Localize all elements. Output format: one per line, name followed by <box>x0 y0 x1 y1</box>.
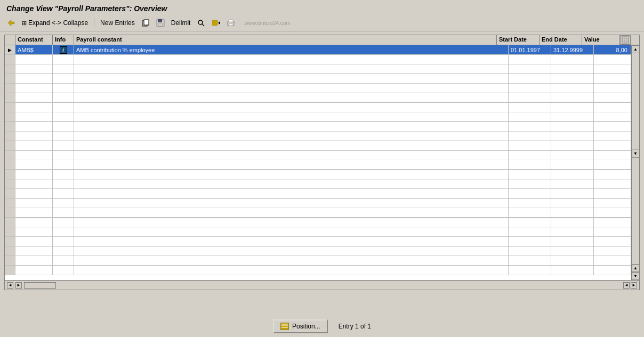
bottom-status-bar: Position... Entry 1 of 1 <box>0 316 644 337</box>
save-icon <box>156 19 165 27</box>
col-header-settings <box>619 35 631 45</box>
delimit-button[interactable]: Delimit <box>168 18 194 28</box>
find-next-button[interactable] <box>209 17 223 29</box>
cell-end-date: 31.12.9999 <box>551 45 594 54</box>
row-indicator <box>5 131 15 141</box>
delimit-label: Delimit <box>171 19 191 27</box>
table-row <box>5 189 631 199</box>
svg-rect-8 <box>212 20 218 26</box>
table-row <box>5 237 631 246</box>
expand-collapse-label: Expand <-> Collapse <box>28 19 88 27</box>
print-icon <box>227 19 235 27</box>
row-indicator <box>5 112 15 121</box>
scroll-left-button-2[interactable]: ◄ <box>623 282 630 289</box>
col-header-payroll: Payroll constant <box>74 35 497 45</box>
svg-rect-2 <box>144 20 149 25</box>
back-button[interactable] <box>4 17 18 29</box>
scroll-track-h[interactable] <box>24 282 56 289</box>
entry-count: Entry 1 of 1 <box>339 323 371 330</box>
table-row <box>5 151 631 160</box>
expand-collapse-button[interactable]: ⊞ Expand <-> Collapse <box>19 18 91 28</box>
table-row <box>5 199 631 208</box>
cell-info: i <box>53 45 74 54</box>
table-row <box>5 227 631 237</box>
row-indicator <box>5 122 15 131</box>
table-row <box>5 131 631 141</box>
vertical-scrollbar[interactable]: ▲ ▼ ▲ ▼ <box>631 45 639 280</box>
cell-value: 8,00 <box>594 45 631 54</box>
table-rows: ▶ AMB$ i AMB contribution % employee 01.… <box>5 45 631 280</box>
scroll-down-button-mid[interactable]: ▼ <box>632 150 640 158</box>
scroll-up-button-2[interactable]: ▲ <box>632 264 640 272</box>
row-indicator <box>5 55 15 64</box>
scroll-left-button[interactable]: ◄ <box>7 282 13 289</box>
table-row <box>5 266 631 275</box>
row-indicator <box>5 208 15 217</box>
row-indicator <box>5 227 15 236</box>
table-header: Constant Info Payroll constant Start Dat… <box>5 35 639 45</box>
table-row <box>5 64 631 74</box>
row-indicator <box>5 218 15 227</box>
table-row <box>5 218 631 227</box>
table-row <box>5 55 631 64</box>
table-row <box>5 246 631 256</box>
row-indicator <box>5 103 15 112</box>
print-button[interactable] <box>224 17 238 29</box>
settings-icon <box>622 36 629 44</box>
scrollbar-header-space <box>631 35 639 45</box>
col-header-info: Info <box>53 35 74 45</box>
row-indicator <box>5 199 15 208</box>
col-header-end: End Date <box>540 35 582 45</box>
scroll-track-v[interactable] <box>632 53 639 150</box>
svg-rect-20 <box>281 325 288 326</box>
new-entries-button[interactable]: New Entries <box>98 18 138 28</box>
row-indicator <box>5 237 15 246</box>
row-indicator <box>5 246 15 256</box>
find-icon <box>197 19 205 27</box>
find-button[interactable] <box>194 17 208 29</box>
copy-icon <box>141 19 150 27</box>
column-settings-button[interactable] <box>620 35 631 45</box>
window-title: Change View "Payroll Parameters": Overvi… <box>6 4 167 13</box>
cell-constant: AMB$ <box>15 45 53 54</box>
svg-line-7 <box>202 24 204 26</box>
row-arrow-icon: ▶ <box>8 47 12 53</box>
svg-marker-0 <box>8 20 14 26</box>
back-icon <box>7 19 15 27</box>
position-icon <box>281 323 288 330</box>
cell-payroll: AMB contribution % employee <box>74 45 509 54</box>
row-indicator <box>5 84 15 93</box>
row-indicator <box>5 266 15 275</box>
col-header-constant: Constant <box>15 35 53 45</box>
svg-rect-19 <box>281 324 288 325</box>
table-row[interactable]: ▶ AMB$ i AMB contribution % employee 01.… <box>5 45 631 55</box>
row-indicator <box>5 64 15 73</box>
col-header-start: Start Date <box>497 35 540 45</box>
scroll-down-button[interactable]: ▼ <box>632 272 640 280</box>
row-indicator <box>5 179 15 188</box>
position-button[interactable]: Position... <box>273 319 328 333</box>
row-indicator-header <box>5 35 15 45</box>
copy-button[interactable] <box>139 17 152 29</box>
info-icon: i <box>60 46 67 54</box>
table-row <box>5 141 631 151</box>
svg-rect-4 <box>158 19 162 22</box>
new-entries-label: New Entries <box>100 19 135 27</box>
table-bottom-bar: ◄ ► ◄ ► <box>5 280 639 290</box>
scroll-right-button-1[interactable]: ► <box>15 282 22 289</box>
scroll-right-button-2[interactable]: ► <box>631 282 637 289</box>
position-button-icon <box>280 323 289 330</box>
save-button[interactable] <box>154 17 167 29</box>
table-row <box>5 112 631 122</box>
scroll-h-right: ◄ ► <box>623 282 637 289</box>
scroll-up-button[interactable]: ▲ <box>632 45 640 53</box>
svg-rect-12 <box>229 24 233 26</box>
col-header-value: Value <box>582 35 619 45</box>
table-row <box>5 93 631 103</box>
table-row <box>5 122 631 131</box>
table-row <box>5 179 631 189</box>
table-row <box>5 74 631 84</box>
find-next-icon <box>212 19 220 27</box>
content-area: Constant Info Payroll constant Start Dat… <box>0 31 644 314</box>
row-indicator <box>5 151 15 160</box>
